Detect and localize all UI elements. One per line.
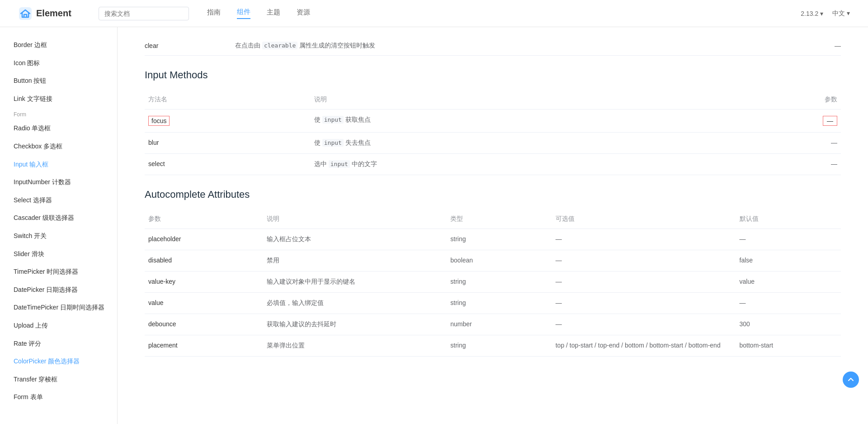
method-row-focus: focus 使 input 获取焦点 — bbox=[145, 110, 841, 133]
event-param-clear: — bbox=[750, 42, 841, 49]
header-right: 2.13.2 ▾ 中文 ▾ bbox=[801, 10, 850, 18]
method-row-blur: blur 使 input 失去焦点 — bbox=[145, 133, 841, 154]
autocomplete-row-debounce: debounce 获取输入建议的去抖延时 number — 300 bbox=[145, 314, 841, 335]
input-methods-title: Input Methods bbox=[145, 69, 208, 81]
ac-options-placeholder: — bbox=[552, 229, 736, 250]
col-header-default: 默认值 bbox=[736, 210, 841, 229]
sidebar-item-timepicker[interactable]: TimePicker 时间选择器 bbox=[0, 263, 117, 281]
nav-bar: 指南 组件 主题 资源 bbox=[207, 8, 801, 19]
sidebar-item-datepicker[interactable]: DatePicker 日期选择器 bbox=[0, 281, 117, 299]
col-header-method-param: 参数 bbox=[716, 90, 841, 110]
nav-theme[interactable]: 主题 bbox=[267, 8, 280, 19]
sidebar-item-inputnumber[interactable]: InputNumber 计数器 bbox=[0, 173, 117, 191]
autocomplete-row-disabled: disabled 禁用 boolean — false bbox=[145, 250, 841, 272]
col-header-method-name: 方法名 bbox=[145, 90, 311, 110]
ac-desc-disabled: 禁用 bbox=[263, 250, 447, 272]
autocomplete-title: Autocomplete Attributes bbox=[145, 189, 250, 200]
clearable-code: clearable bbox=[262, 42, 297, 49]
sidebar-item-icon[interactable]: Icon 图标 bbox=[0, 54, 117, 72]
search-input[interactable] bbox=[99, 7, 189, 20]
sidebar-item-form[interactable]: Form 表单 bbox=[0, 388, 117, 406]
logo[interactable]: Element bbox=[18, 6, 71, 21]
ac-options-value: — bbox=[552, 293, 736, 314]
sidebar-item-rate[interactable]: Rate 评分 bbox=[0, 335, 117, 353]
ac-type-disabled: boolean bbox=[447, 250, 552, 272]
autocomplete-heading: Autocomplete Attributes bbox=[145, 189, 841, 200]
ac-type-valuekey: string bbox=[447, 272, 552, 293]
autocomplete-row-placeholder: placeholder 输入框占位文本 string — — bbox=[145, 229, 841, 250]
ac-desc-placeholder: 输入框占位文本 bbox=[263, 229, 447, 250]
focus-param-bordered: — bbox=[823, 116, 837, 126]
sidebar-item-cascader[interactable]: Cascader 级联选择器 bbox=[0, 209, 117, 227]
input-methods-heading: Input Methods bbox=[145, 69, 841, 81]
method-row-select: select 选中 input 中的文字 — bbox=[145, 154, 841, 175]
method-desc-focus: 使 input 获取焦点 bbox=[311, 110, 716, 133]
ac-param-placeholder: placeholder bbox=[145, 229, 263, 250]
sidebar-item-colorpicker[interactable]: ColorPicker 颜色选择器 bbox=[0, 353, 117, 371]
header: Element 指南 组件 主题 资源 2.13.2 ▾ 中文 ▾ bbox=[0, 0, 868, 27]
ac-desc-placement: 菜单弹出位置 bbox=[263, 335, 447, 357]
autocomplete-row-value: value 必填值，输入绑定值 string — — bbox=[145, 293, 841, 314]
ac-default-placement: bottom-start bbox=[736, 335, 841, 357]
autocomplete-row-valuekey: value-key 输入建议对象中用于显示的键名 string — value bbox=[145, 272, 841, 293]
ac-default-valuekey: value bbox=[736, 272, 841, 293]
event-row-clear: clear 在点击由 clearable 属性生成的清空按钮时触发 — bbox=[145, 36, 841, 56]
col-header-options: 可选值 bbox=[552, 210, 736, 229]
ac-type-debounce: number bbox=[447, 314, 552, 335]
col-header-method-desc: 说明 bbox=[311, 90, 716, 110]
main-content: clear 在点击由 clearable 属性生成的清空按钮时触发 — Inpu… bbox=[118, 27, 868, 424]
chevron-up-icon bbox=[848, 376, 854, 383]
element-logo-icon bbox=[18, 6, 33, 21]
ac-options-valuekey: — bbox=[552, 272, 736, 293]
ac-desc-debounce: 获取输入建议的去抖延时 bbox=[263, 314, 447, 335]
ac-default-disabled: false bbox=[736, 250, 841, 272]
focus-bordered: focus bbox=[148, 116, 170, 126]
method-desc-select: 选中 input 中的文字 bbox=[311, 154, 716, 175]
method-desc-blur: 使 input 失去焦点 bbox=[311, 133, 716, 154]
input-methods-table: 方法名 说明 参数 focus 使 input 获取焦点 — bbox=[145, 90, 841, 175]
nav-guide[interactable]: 指南 bbox=[207, 8, 221, 19]
autocomplete-row-placement: placement 菜单弹出位置 string top / top-start … bbox=[145, 335, 841, 357]
nav-components[interactable]: 组件 bbox=[237, 8, 250, 19]
scroll-to-top-button[interactable] bbox=[843, 372, 859, 388]
autocomplete-table: 参数 说明 类型 可选值 默认值 placeholder 输入框占位文本 str… bbox=[145, 210, 841, 357]
sidebar-item-border[interactable]: Border 边框 bbox=[0, 36, 117, 54]
sidebar-item-slider[interactable]: Slider 滑块 bbox=[0, 245, 117, 263]
ac-default-placeholder: — bbox=[736, 229, 841, 250]
method-name-focus: focus bbox=[145, 110, 311, 133]
sidebar-item-switch[interactable]: Switch 开关 bbox=[0, 227, 117, 245]
method-param-select: — bbox=[716, 154, 841, 175]
ac-param-debounce: debounce bbox=[145, 314, 263, 335]
language-selector[interactable]: 中文 ▾ bbox=[832, 10, 850, 18]
ac-param-value: value bbox=[145, 293, 263, 314]
input-methods-table-header: 方法名 说明 参数 bbox=[145, 90, 841, 110]
sidebar-item-button[interactable]: Button 按钮 bbox=[0, 72, 117, 90]
method-name-blur: blur bbox=[145, 133, 311, 154]
ac-desc-valuekey: 输入建议对象中用于显示的键名 bbox=[263, 272, 447, 293]
sidebar-item-upload[interactable]: Upload 上传 bbox=[0, 317, 117, 335]
autocomplete-table-header: 参数 说明 类型 可选值 默认值 bbox=[145, 210, 841, 229]
sidebar-item-transfer[interactable]: Transfer 穿梭框 bbox=[0, 371, 117, 389]
version-selector[interactable]: 2.13.2 ▾ bbox=[801, 10, 823, 17]
sidebar-item-checkbox[interactable]: Checkbox 多选框 bbox=[0, 138, 117, 156]
sidebar-item-radio[interactable]: Radio 单选框 bbox=[0, 119, 117, 138]
nav-resources[interactable]: 资源 bbox=[297, 8, 310, 19]
ac-options-debounce: — bbox=[552, 314, 736, 335]
ac-default-debounce: 300 bbox=[736, 314, 841, 335]
sidebar: Border 边框 Icon 图标 Button 按钮 Link 文字链接 Fo… bbox=[0, 27, 118, 424]
ac-param-placement: placement bbox=[145, 335, 263, 357]
method-param-focus: — bbox=[716, 110, 841, 133]
ac-options-placement: top / top-start / top-end / bottom / bot… bbox=[552, 335, 736, 357]
col-header-type: 类型 bbox=[447, 210, 552, 229]
ac-desc-value: 必填值，输入绑定值 bbox=[263, 293, 447, 314]
ac-options-disabled: — bbox=[552, 250, 736, 272]
col-header-param: 参数 bbox=[145, 210, 263, 229]
sidebar-item-input[interactable]: Input 输入框 bbox=[0, 156, 117, 174]
sidebar-item-select[interactable]: Select 选择器 bbox=[0, 191, 117, 210]
ac-default-value: — bbox=[736, 293, 841, 314]
col-header-desc: 说明 bbox=[263, 210, 447, 229]
logo-text: Element bbox=[36, 8, 71, 19]
sidebar-item-datetimepicker[interactable]: DateTimePicker 日期时间选择器 bbox=[0, 299, 117, 317]
sidebar-item-link[interactable]: Link 文字链接 bbox=[0, 90, 117, 108]
ac-param-valuekey: value-key bbox=[145, 272, 263, 293]
